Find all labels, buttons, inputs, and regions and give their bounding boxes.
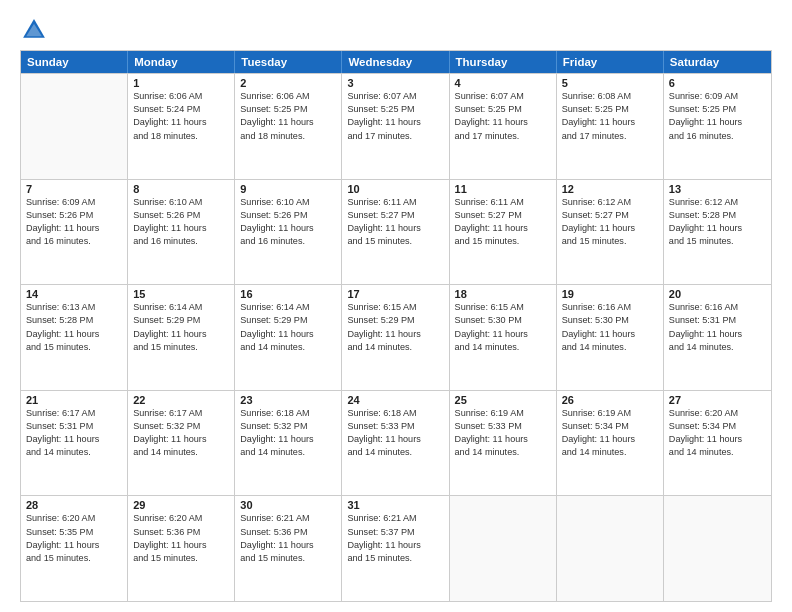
- day-number: 14: [26, 288, 122, 300]
- day-number: 31: [347, 499, 443, 511]
- day-info: Sunrise: 6:21 AM Sunset: 5:37 PM Dayligh…: [347, 512, 443, 565]
- calendar-cell: 18Sunrise: 6:15 AM Sunset: 5:30 PM Dayli…: [450, 285, 557, 390]
- day-number: 5: [562, 77, 658, 89]
- day-info: Sunrise: 6:20 AM Sunset: 5:35 PM Dayligh…: [26, 512, 122, 565]
- calendar-cell: 1Sunrise: 6:06 AM Sunset: 5:24 PM Daylig…: [128, 74, 235, 179]
- calendar-cell: 8Sunrise: 6:10 AM Sunset: 5:26 PM Daylig…: [128, 180, 235, 285]
- day-number: 27: [669, 394, 766, 406]
- day-number: 13: [669, 183, 766, 195]
- day-number: 8: [133, 183, 229, 195]
- weekday-header: Sunday: [21, 51, 128, 73]
- calendar-cell: 13Sunrise: 6:12 AM Sunset: 5:28 PM Dayli…: [664, 180, 771, 285]
- day-info: Sunrise: 6:16 AM Sunset: 5:30 PM Dayligh…: [562, 301, 658, 354]
- calendar-cell: 30Sunrise: 6:21 AM Sunset: 5:36 PM Dayli…: [235, 496, 342, 601]
- calendar-body: 1Sunrise: 6:06 AM Sunset: 5:24 PM Daylig…: [21, 73, 771, 601]
- day-info: Sunrise: 6:19 AM Sunset: 5:33 PM Dayligh…: [455, 407, 551, 460]
- day-number: 9: [240, 183, 336, 195]
- weekday-header: Monday: [128, 51, 235, 73]
- day-info: Sunrise: 6:19 AM Sunset: 5:34 PM Dayligh…: [562, 407, 658, 460]
- calendar-cell: 28Sunrise: 6:20 AM Sunset: 5:35 PM Dayli…: [21, 496, 128, 601]
- calendar-cell: 20Sunrise: 6:16 AM Sunset: 5:31 PM Dayli…: [664, 285, 771, 390]
- day-number: 25: [455, 394, 551, 406]
- calendar-cell: 10Sunrise: 6:11 AM Sunset: 5:27 PM Dayli…: [342, 180, 449, 285]
- calendar-row: 28Sunrise: 6:20 AM Sunset: 5:35 PM Dayli…: [21, 495, 771, 601]
- day-number: 1: [133, 77, 229, 89]
- calendar-cell: 29Sunrise: 6:20 AM Sunset: 5:36 PM Dayli…: [128, 496, 235, 601]
- calendar-cell: 25Sunrise: 6:19 AM Sunset: 5:33 PM Dayli…: [450, 391, 557, 496]
- day-info: Sunrise: 6:10 AM Sunset: 5:26 PM Dayligh…: [240, 196, 336, 249]
- day-number: 6: [669, 77, 766, 89]
- calendar-cell: [450, 496, 557, 601]
- weekday-header: Friday: [557, 51, 664, 73]
- day-info: Sunrise: 6:15 AM Sunset: 5:29 PM Dayligh…: [347, 301, 443, 354]
- day-info: Sunrise: 6:09 AM Sunset: 5:26 PM Dayligh…: [26, 196, 122, 249]
- page: SundayMondayTuesdayWednesdayThursdayFrid…: [0, 0, 792, 612]
- day-info: Sunrise: 6:07 AM Sunset: 5:25 PM Dayligh…: [347, 90, 443, 143]
- day-number: 21: [26, 394, 122, 406]
- day-info: Sunrise: 6:16 AM Sunset: 5:31 PM Dayligh…: [669, 301, 766, 354]
- day-info: Sunrise: 6:18 AM Sunset: 5:33 PM Dayligh…: [347, 407, 443, 460]
- calendar-row: 14Sunrise: 6:13 AM Sunset: 5:28 PM Dayli…: [21, 284, 771, 390]
- calendar-cell: [664, 496, 771, 601]
- calendar-cell: 16Sunrise: 6:14 AM Sunset: 5:29 PM Dayli…: [235, 285, 342, 390]
- calendar-row: 21Sunrise: 6:17 AM Sunset: 5:31 PM Dayli…: [21, 390, 771, 496]
- calendar-cell: 24Sunrise: 6:18 AM Sunset: 5:33 PM Dayli…: [342, 391, 449, 496]
- day-info: Sunrise: 6:09 AM Sunset: 5:25 PM Dayligh…: [669, 90, 766, 143]
- day-number: 24: [347, 394, 443, 406]
- day-info: Sunrise: 6:11 AM Sunset: 5:27 PM Dayligh…: [455, 196, 551, 249]
- calendar-row: 1Sunrise: 6:06 AM Sunset: 5:24 PM Daylig…: [21, 73, 771, 179]
- calendar: SundayMondayTuesdayWednesdayThursdayFrid…: [20, 50, 772, 602]
- calendar-cell: 22Sunrise: 6:17 AM Sunset: 5:32 PM Dayli…: [128, 391, 235, 496]
- day-number: 20: [669, 288, 766, 300]
- day-number: 30: [240, 499, 336, 511]
- day-number: 29: [133, 499, 229, 511]
- header: [20, 16, 772, 44]
- day-info: Sunrise: 6:17 AM Sunset: 5:31 PM Dayligh…: [26, 407, 122, 460]
- day-info: Sunrise: 6:06 AM Sunset: 5:25 PM Dayligh…: [240, 90, 336, 143]
- calendar-cell: [557, 496, 664, 601]
- day-number: 16: [240, 288, 336, 300]
- day-number: 12: [562, 183, 658, 195]
- calendar-cell: 26Sunrise: 6:19 AM Sunset: 5:34 PM Dayli…: [557, 391, 664, 496]
- day-info: Sunrise: 6:17 AM Sunset: 5:32 PM Dayligh…: [133, 407, 229, 460]
- calendar-cell: 3Sunrise: 6:07 AM Sunset: 5:25 PM Daylig…: [342, 74, 449, 179]
- calendar-cell: 11Sunrise: 6:11 AM Sunset: 5:27 PM Dayli…: [450, 180, 557, 285]
- weekday-header: Tuesday: [235, 51, 342, 73]
- day-info: Sunrise: 6:08 AM Sunset: 5:25 PM Dayligh…: [562, 90, 658, 143]
- calendar-cell: 27Sunrise: 6:20 AM Sunset: 5:34 PM Dayli…: [664, 391, 771, 496]
- day-info: Sunrise: 6:10 AM Sunset: 5:26 PM Dayligh…: [133, 196, 229, 249]
- day-number: 17: [347, 288, 443, 300]
- day-number: 22: [133, 394, 229, 406]
- weekday-header: Saturday: [664, 51, 771, 73]
- day-info: Sunrise: 6:13 AM Sunset: 5:28 PM Dayligh…: [26, 301, 122, 354]
- day-info: Sunrise: 6:11 AM Sunset: 5:27 PM Dayligh…: [347, 196, 443, 249]
- calendar-cell: 5Sunrise: 6:08 AM Sunset: 5:25 PM Daylig…: [557, 74, 664, 179]
- calendar-cell: 19Sunrise: 6:16 AM Sunset: 5:30 PM Dayli…: [557, 285, 664, 390]
- day-info: Sunrise: 6:07 AM Sunset: 5:25 PM Dayligh…: [455, 90, 551, 143]
- day-info: Sunrise: 6:14 AM Sunset: 5:29 PM Dayligh…: [133, 301, 229, 354]
- day-info: Sunrise: 6:12 AM Sunset: 5:27 PM Dayligh…: [562, 196, 658, 249]
- calendar-cell: [21, 74, 128, 179]
- day-info: Sunrise: 6:12 AM Sunset: 5:28 PM Dayligh…: [669, 196, 766, 249]
- day-number: 28: [26, 499, 122, 511]
- calendar-row: 7Sunrise: 6:09 AM Sunset: 5:26 PM Daylig…: [21, 179, 771, 285]
- day-info: Sunrise: 6:06 AM Sunset: 5:24 PM Dayligh…: [133, 90, 229, 143]
- calendar-header: SundayMondayTuesdayWednesdayThursdayFrid…: [21, 51, 771, 73]
- weekday-header: Wednesday: [342, 51, 449, 73]
- day-info: Sunrise: 6:18 AM Sunset: 5:32 PM Dayligh…: [240, 407, 336, 460]
- day-number: 15: [133, 288, 229, 300]
- day-info: Sunrise: 6:20 AM Sunset: 5:34 PM Dayligh…: [669, 407, 766, 460]
- calendar-cell: 31Sunrise: 6:21 AM Sunset: 5:37 PM Dayli…: [342, 496, 449, 601]
- calendar-cell: 14Sunrise: 6:13 AM Sunset: 5:28 PM Dayli…: [21, 285, 128, 390]
- logo-icon: [20, 16, 48, 44]
- logo: [20, 16, 52, 44]
- weekday-header: Thursday: [450, 51, 557, 73]
- calendar-cell: 9Sunrise: 6:10 AM Sunset: 5:26 PM Daylig…: [235, 180, 342, 285]
- calendar-cell: 21Sunrise: 6:17 AM Sunset: 5:31 PM Dayli…: [21, 391, 128, 496]
- day-number: 7: [26, 183, 122, 195]
- calendar-cell: 17Sunrise: 6:15 AM Sunset: 5:29 PM Dayli…: [342, 285, 449, 390]
- calendar-cell: 6Sunrise: 6:09 AM Sunset: 5:25 PM Daylig…: [664, 74, 771, 179]
- day-info: Sunrise: 6:21 AM Sunset: 5:36 PM Dayligh…: [240, 512, 336, 565]
- calendar-cell: 7Sunrise: 6:09 AM Sunset: 5:26 PM Daylig…: [21, 180, 128, 285]
- calendar-cell: 15Sunrise: 6:14 AM Sunset: 5:29 PM Dayli…: [128, 285, 235, 390]
